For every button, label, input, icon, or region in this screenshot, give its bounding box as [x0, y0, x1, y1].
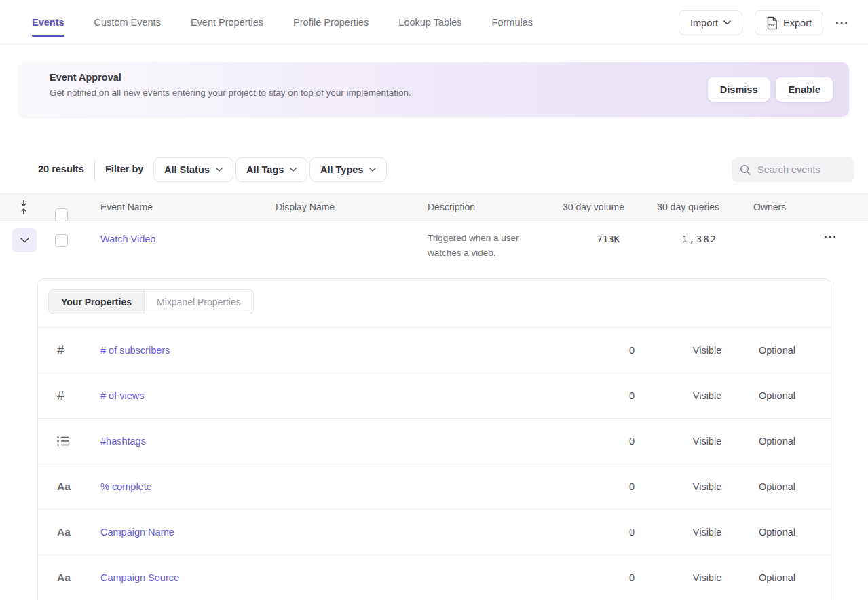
chevron-down-icon — [369, 168, 376, 172]
property-requirement: Optional — [750, 481, 804, 492]
property-row: Aa Campaign Source 0 Visible Optional — [38, 555, 831, 600]
property-count: 0 — [594, 436, 635, 447]
filter-bar: 20 results Filter by All Status All Tags… — [0, 157, 868, 182]
list-type-icon — [57, 436, 100, 447]
property-requirement: Optional — [750, 436, 804, 447]
search-input[interactable] — [757, 164, 846, 175]
text-type-icon: Aa — [57, 571, 100, 584]
text-type-icon: Aa — [57, 481, 100, 493]
text-type-icon: Aa — [57, 526, 100, 538]
import-button-label: Import — [690, 18, 718, 29]
banner-subtitle: Get notified on all new events entering … — [50, 88, 411, 98]
tab-profile-properties[interactable]: Profile Properties — [293, 0, 369, 45]
event-row-watch-video: Watch Video Triggered when a user watche… — [0, 221, 868, 269]
property-visibility: Visible — [680, 572, 734, 583]
search-icon — [740, 164, 751, 176]
property-count: 0 — [594, 527, 635, 538]
property-name-link[interactable]: Campaign Name — [100, 527, 174, 538]
column-description: Description — [428, 202, 475, 212]
enable-button[interactable]: Enable — [776, 77, 833, 102]
property-count: 0 — [594, 481, 635, 492]
property-visibility: Visible — [680, 345, 734, 356]
column-30-day-queries: 30 day queries — [657, 202, 719, 212]
property-row: # # of subscribers 0 Visible Optional — [38, 328, 831, 373]
import-button[interactable]: Import — [679, 10, 742, 35]
property-name-link[interactable]: % complete — [100, 481, 152, 492]
search-box — [732, 157, 854, 182]
event-approval-banner: Event Approval Get notified on all new e… — [19, 62, 849, 117]
tab-events[interactable]: Events — [32, 0, 64, 45]
event-name-link[interactable]: Watch Video — [100, 233, 155, 244]
more-options-button[interactable]: ··· — [835, 16, 849, 30]
types-filter-dropdown[interactable]: All Types — [309, 157, 387, 182]
properties-tab-switcher: Your Properties Mixpanel Properties — [48, 289, 254, 314]
banner-title: Event Approval — [50, 72, 121, 83]
event-queries-value: 1,382 — [682, 233, 717, 244]
tags-filter-dropdown[interactable]: All Tags — [235, 157, 307, 182]
property-row: Aa % complete 0 Visible Optional — [38, 464, 831, 510]
property-visibility: Visible — [680, 390, 734, 401]
property-row: Aa Campaign Name 0 Visible Optional — [38, 510, 831, 555]
top-navigation: Events Custom Events Event Properties Pr… — [0, 0, 868, 45]
property-count: 0 — [594, 390, 635, 401]
svg-text:csv: csv — [768, 23, 775, 27]
tab-event-properties[interactable]: Event Properties — [191, 0, 263, 45]
property-visibility: Visible — [680, 481, 734, 492]
property-name-link[interactable]: #hashtags — [100, 436, 146, 447]
types-filter-label: All Types — [320, 164, 363, 175]
property-row: # # of views 0 Visible Optional — [38, 373, 831, 419]
column-event-name: Event Name — [100, 202, 153, 212]
property-requirement: Optional — [750, 390, 804, 401]
number-type-icon: # — [57, 343, 100, 358]
results-count: 20 results — [38, 164, 84, 174]
dismiss-button[interactable]: Dismiss — [708, 77, 770, 102]
row-more-options-button[interactable]: ··· — [824, 230, 837, 244]
filter-by-label: Filter by — [105, 164, 143, 174]
event-properties-panel: Your Properties Mixpanel Properties # # … — [37, 278, 831, 600]
properties-list: # # of subscribers 0 Visible Optional # … — [38, 328, 831, 600]
tags-filter-label: All Tags — [246, 164, 284, 175]
property-visibility: Visible — [680, 527, 734, 538]
property-name-link[interactable]: Campaign Source — [100, 572, 179, 583]
number-type-icon: # — [57, 388, 100, 403]
events-table-header: Event Name Display Name Description 30 d… — [0, 193, 868, 221]
export-button[interactable]: csv Export — [755, 10, 823, 35]
csv-file-icon: csv — [766, 16, 778, 30]
lexicon-tabs: Events Custom Events Event Properties Pr… — [32, 0, 533, 45]
event-description-line2: watches a video. — [428, 248, 496, 258]
tab-lookup-tables[interactable]: Lookup Tables — [398, 0, 461, 45]
export-button-label: Export — [783, 18, 812, 29]
row-checkbox[interactable] — [55, 234, 68, 247]
select-all-checkbox[interactable] — [55, 208, 68, 221]
event-volume-value: 713K — [597, 233, 620, 244]
chevron-down-icon — [216, 168, 223, 172]
property-name-link[interactable]: # of subscribers — [100, 345, 170, 356]
tab-your-properties[interactable]: Your Properties — [48, 289, 145, 314]
property-row: #hashtags 0 Visible Optional — [38, 419, 831, 464]
property-name-link[interactable]: # of views — [100, 390, 144, 401]
property-visibility: Visible — [680, 436, 734, 447]
divider — [94, 159, 95, 181]
property-count: 0 — [594, 572, 635, 583]
chevron-down-icon — [290, 168, 297, 172]
tab-custom-events[interactable]: Custom Events — [94, 0, 161, 45]
property-requirement: Optional — [750, 527, 804, 538]
property-requirement: Optional — [750, 572, 804, 583]
property-requirement: Optional — [750, 345, 804, 356]
column-30-day-volume: 30 day volume — [563, 202, 624, 212]
tab-formulas[interactable]: Formulas — [492, 0, 533, 45]
chevron-down-icon — [723, 20, 731, 25]
property-count: 0 — [594, 345, 635, 356]
status-filter-dropdown[interactable]: All Status — [153, 157, 233, 182]
column-display-name: Display Name — [276, 202, 335, 212]
collapse-all-icon[interactable] — [19, 200, 29, 215]
tab-mixpanel-properties[interactable]: Mixpanel Properties — [145, 289, 254, 314]
column-owners: Owners — [753, 202, 786, 212]
collapse-row-chevron-button[interactable] — [12, 228, 37, 252]
status-filter-label: All Status — [164, 164, 210, 175]
event-description-line1: Triggered when a user — [428, 233, 519, 243]
